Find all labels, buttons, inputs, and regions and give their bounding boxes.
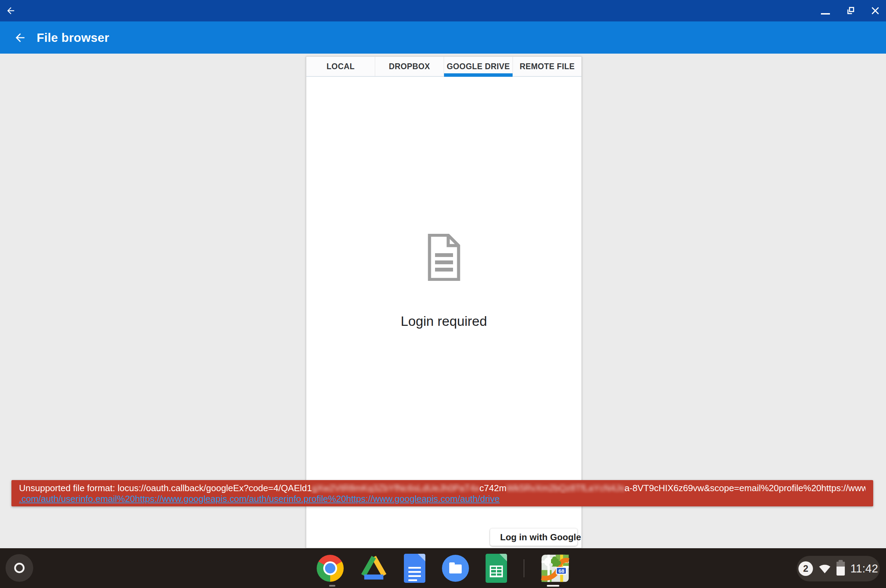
shelf-app-google-drive[interactable] — [360, 555, 387, 582]
tab-local-label: LOCAL — [326, 62, 354, 71]
tab-local[interactable]: LOCAL — [306, 57, 375, 76]
google-drive-icon — [360, 555, 387, 582]
shelf-app-google-docs[interactable] — [404, 554, 425, 583]
window-title-bar — [0, 0, 886, 21]
shelf-apps: 68 — [0, 548, 886, 588]
sheets-grid-glyph — [490, 566, 503, 577]
folder-glyph — [449, 564, 462, 573]
error-banner-line-2: .com/auth/userinfo.email%20https://www.g… — [19, 494, 866, 504]
chrome-icon — [317, 555, 344, 582]
files-icon — [442, 555, 469, 582]
system-tray[interactable]: 2 11:42 — [797, 556, 880, 581]
titlebar-back-icon[interactable] — [5, 5, 17, 16]
wifi-icon — [818, 564, 831, 574]
file-browser-panel: LOCAL DROPBOX GOOGLE DRIVE REMOTE FILE L… — [306, 56, 582, 548]
clock: 11:42 — [850, 562, 878, 575]
redacted-text: gXw2VtR8mKq3ZbYfNc6sLdUeJh0PaT4x — [312, 483, 479, 493]
document-icon — [427, 234, 461, 281]
shelf-app-locus-map[interactable]: 68 — [541, 554, 569, 582]
tab-google-drive[interactable]: GOOGLE DRIVE — [444, 57, 513, 76]
tab-google-drive-label: GOOGLE DRIVE — [447, 62, 510, 71]
empty-state-message: Login required — [401, 314, 487, 329]
minimize-icon — [821, 13, 830, 15]
notification-count-badge: 2 — [799, 561, 813, 576]
google-docs-icon — [404, 554, 425, 583]
empty-state: Login required — [306, 234, 581, 329]
page-title: File browser — [37, 31, 109, 45]
close-button[interactable] — [870, 6, 880, 16]
login-button-label: Log in with Google — [500, 532, 581, 543]
restore-icon — [845, 6, 855, 16]
tab-dropbox[interactable]: DROPBOX — [375, 57, 444, 76]
error-text: a-8VT9cHIX6z69vw&scope=email%20profile%2… — [624, 483, 866, 493]
running-indicator-locus — [547, 585, 559, 586]
error-text: c742m — [479, 483, 506, 493]
tab-dropbox-label: DROPBOX — [389, 62, 430, 71]
workspace-background: LOCAL DROPBOX GOOGLE DRIVE REMOTE FILE L… — [0, 54, 886, 548]
running-indicator-chrome — [329, 585, 335, 586]
shelf-app-chrome[interactable] — [317, 555, 344, 582]
google-sheets-icon — [486, 554, 507, 583]
error-banner-line-1: Unsupported file format: locus://oauth.c… — [19, 483, 866, 494]
error-banner-link[interactable]: .com/auth/userinfo.email%20https://www.g… — [19, 494, 500, 504]
app-bar: File browser — [0, 21, 886, 54]
redacted-text: Wk5RvXm2bQz8TfLaYcN4Js — [506, 483, 624, 493]
route-badge: 68 — [556, 567, 566, 574]
shelf-app-files[interactable] — [442, 555, 469, 582]
close-icon — [870, 6, 880, 16]
battery-icon — [836, 562, 845, 576]
docs-text-lines — [408, 567, 421, 583]
tab-remote-file-label: REMOTE FILE — [519, 62, 575, 71]
locus-map-icon: 68 — [541, 554, 569, 582]
minimize-button[interactable] — [820, 6, 830, 16]
back-arrow-icon[interactable] — [13, 31, 27, 45]
shelf-separator — [523, 559, 524, 577]
svg-text:68: 68 — [558, 568, 564, 573]
screen: File browser LOCAL DROPBOX GOOGLE DRIVE … — [0, 0, 886, 588]
restore-button[interactable] — [845, 6, 856, 16]
window-controls — [820, 0, 880, 21]
error-text: Unsupported file format: locus://oauth.c… — [19, 483, 312, 493]
error-banner: Unsupported file format: locus://oauth.c… — [11, 480, 873, 506]
shelf: 68 2 11:42 — [0, 548, 886, 588]
shelf-app-google-sheets[interactable] — [486, 554, 507, 583]
login-with-google-button[interactable]: Log in with Google — [490, 528, 577, 546]
tab-remote-file[interactable]: REMOTE FILE — [513, 57, 581, 76]
tab-bar: LOCAL DROPBOX GOOGLE DRIVE REMOTE FILE — [306, 57, 581, 77]
